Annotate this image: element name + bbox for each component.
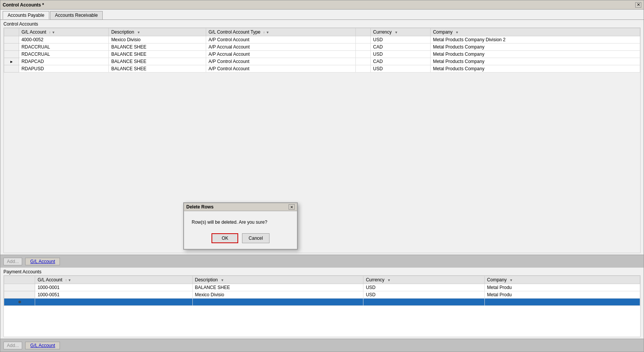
sort-icon-company: ▼: [455, 31, 459, 34]
dialog-body: Row(s) will be deleted. Are you sure? OK…: [184, 211, 297, 249]
currency-cell: USD: [371, 65, 431, 73]
control-accounts-add-button[interactable]: Add...: [3, 258, 22, 265]
pay-col-header-description[interactable]: Description ▼: [192, 276, 363, 284]
pay-col-header-gl-account[interactable]: G/L Account ↑ ▼: [35, 276, 192, 284]
pay-gl-account-cell: 1000-0051: [35, 291, 192, 299]
pay-description-cell: [192, 299, 363, 306]
dialog-title-bar: Delete Rows ✕: [184, 203, 297, 211]
pay-description-cell: Mexico Divisio: [192, 291, 363, 299]
control-accounts-table: G/L Account ↑ ▼ Description ▼ G/L Contro…: [4, 28, 640, 73]
pay-sort-icon-desc: ▼: [221, 278, 224, 282]
main-window: Control Accounts * ✕ Accounts Payable Ac…: [0, 0, 644, 352]
tab-accounts-receivable[interactable]: Accounts Receivable: [50, 11, 103, 19]
type-cell: A/P Accrual Account: [206, 44, 356, 51]
col-header-extra: [356, 28, 371, 36]
description-cell: Mexico Divisio: [109, 36, 206, 44]
currency-cell: USD: [371, 51, 431, 58]
tab-bar: Accounts Payable Accounts Receivable: [0, 10, 644, 20]
row-indicator: ►: [4, 58, 19, 65]
col-header-type[interactable]: G/L Control Account Type ↑ ▼: [206, 28, 356, 36]
payment-accounts-row[interactable]: ✱: [4, 299, 640, 306]
company-cell: Metal Products Company: [431, 44, 640, 51]
dialog-message: Row(s) will be deleted. Are you sure?: [192, 219, 289, 226]
currency-cell: CAD: [371, 44, 431, 51]
pay-gl-account-cell: [35, 299, 192, 306]
row-indicator: [4, 51, 19, 58]
window-close-button[interactable]: ✕: [635, 2, 641, 8]
col-header-indicator: [4, 28, 19, 36]
company-cell: Metal Products Company: [431, 51, 640, 58]
payment-accounts-table-container[interactable]: G/L Account ↑ ▼ Description ▼ Currency ▼: [3, 275, 641, 337]
control-accounts-section: Control Accounts G/L Account ↑ ▼ Descrip…: [0, 20, 644, 268]
pay-col-header-company[interactable]: Company ▼: [484, 276, 640, 284]
payment-accounts-row[interactable]: 1000-0051Mexico DivisioUSDMetal Produ: [4, 291, 640, 299]
payment-accounts-add-button[interactable]: Add...: [3, 342, 22, 349]
sort-icon-type: ↑ ▼: [263, 31, 270, 34]
control-accounts-row[interactable]: ►RDAPCADBALANCE SHEEA/P Control AccountC…: [4, 58, 640, 65]
payment-accounts-title: Payment Accounts: [0, 268, 644, 275]
title-bar: Control Accounts * ✕: [0, 0, 644, 10]
pay-company-cell: Metal Produ: [484, 284, 640, 291]
row-indicator: [4, 65, 19, 73]
gl-account-cell: RDAPUSD: [19, 65, 109, 73]
pay-sort-icon-currency: ▼: [387, 278, 391, 282]
sort-cell: [356, 65, 371, 73]
pay-row-indicator: [4, 291, 35, 299]
pay-row-indicator: [4, 284, 35, 291]
sort-cell: [356, 36, 371, 44]
main-content: Control Accounts G/L Account ↑ ▼ Descrip…: [0, 20, 644, 352]
pay-currency-cell: USD: [363, 284, 484, 291]
currency-cell: CAD: [371, 58, 431, 65]
sort-icon-currency: ▼: [394, 31, 398, 34]
delete-rows-dialog: Delete Rows ✕ Row(s) will be deleted. Ar…: [183, 202, 298, 250]
pay-col-header-currency[interactable]: Currency ▼: [363, 276, 484, 284]
control-accounts-table-container[interactable]: G/L Account ↑ ▼ Description ▼ G/L Contro…: [3, 27, 641, 253]
gl-account-cell: RDAPCAD: [19, 58, 109, 65]
gl-account-cell: RDACCRUAL: [19, 44, 109, 51]
description-cell: BALANCE SHEE: [109, 58, 206, 65]
currency-cell: USD: [371, 36, 431, 44]
company-cell: Metal Products Company Division 2: [431, 36, 640, 44]
company-cell: Metal Products Company: [431, 65, 640, 73]
sort-cell: [356, 58, 371, 65]
dialog-buttons: OK Cancel: [192, 233, 289, 243]
control-accounts-bottom-bar: Add... G/L Account: [0, 255, 644, 268]
sort-icon-desc: ▼: [137, 31, 140, 34]
description-cell: BALANCE SHEE: [109, 65, 206, 73]
pay-description-cell: BALANCE SHEE: [192, 284, 363, 291]
dialog-title-text: Delete Rows: [186, 204, 213, 210]
control-accounts-row[interactable]: RDAPUSDBALANCE SHEEA/P Control AccountUS…: [4, 65, 640, 73]
pay-currency-cell: USD: [363, 291, 484, 299]
sort-icon-gl: ↑ ▼: [49, 31, 55, 34]
dialog-close-button[interactable]: ✕: [289, 204, 295, 210]
row-indicator: [4, 44, 19, 51]
pay-row-indicator: ✱: [4, 299, 35, 306]
control-accounts-gl-account-button[interactable]: G/L Account: [25, 258, 60, 265]
dialog-cancel-button[interactable]: Cancel: [242, 233, 269, 243]
col-header-gl-account[interactable]: G/L Account ↑ ▼: [19, 28, 109, 36]
control-accounts-row[interactable]: RDACCRUALBALANCE SHEEA/P Accrual Account…: [4, 44, 640, 51]
control-accounts-row[interactable]: RDACCRUALBALANCE SHEEA/P Accrual Account…: [4, 51, 640, 58]
payment-accounts-row[interactable]: 1000-0001BALANCE SHEEUSDMetal Produ: [4, 284, 640, 291]
new-row-icon: ✱: [18, 300, 21, 304]
control-accounts-row[interactable]: 4000-0052Mexico DivisioA/P Control Accou…: [4, 36, 640, 44]
payment-accounts-section: Payment Accounts G/L Account ↑ ▼ Descrip…: [0, 268, 644, 352]
col-header-description[interactable]: Description ▼: [109, 28, 206, 36]
sort-cell: [356, 44, 371, 51]
payment-accounts-gl-account-button[interactable]: G/L Account: [25, 342, 60, 349]
sort-cell: [356, 51, 371, 58]
arrow-icon: ►: [10, 60, 13, 64]
pay-gl-account-cell: 1000-0001: [35, 284, 192, 291]
col-header-company[interactable]: Company ▼: [431, 28, 640, 36]
type-cell: A/P Accrual Account: [206, 51, 356, 58]
description-cell: BALANCE SHEE: [109, 44, 206, 51]
col-header-currency[interactable]: Currency ▼: [371, 28, 431, 36]
row-indicator: [4, 36, 19, 44]
tab-accounts-payable[interactable]: Accounts Payable: [3, 11, 49, 19]
pay-col-header-indicator: [4, 276, 35, 284]
type-cell: A/P Control Account: [206, 58, 356, 65]
payment-accounts-bottom-bar: Add... G/L Account: [0, 339, 644, 352]
window-title: Control Accounts *: [3, 2, 44, 8]
dialog-ok-button[interactable]: OK: [211, 233, 238, 243]
gl-account-cell: RDACCRUAL: [19, 51, 109, 58]
